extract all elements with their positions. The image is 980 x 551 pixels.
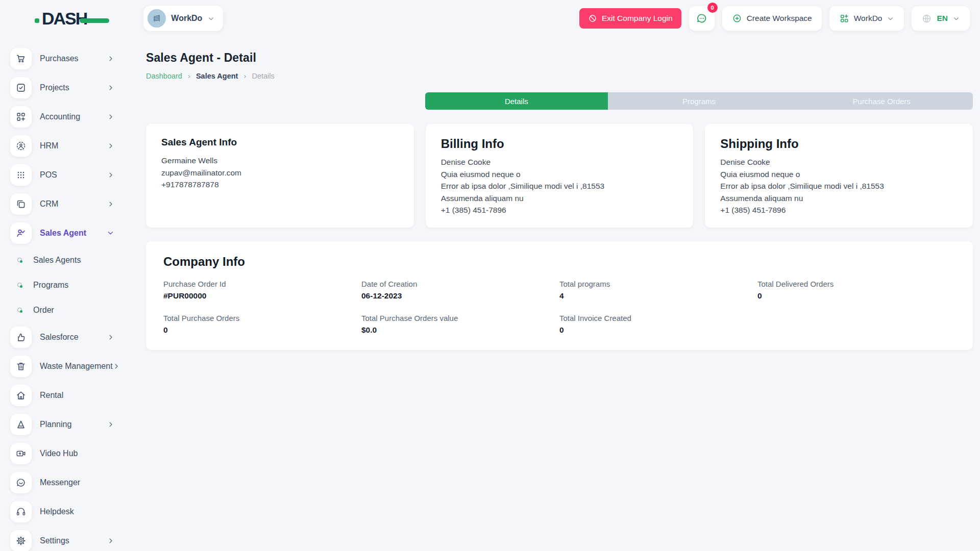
- sidebar-item-purchases[interactable]: Purchases: [0, 44, 128, 73]
- billing-phone: +1 (385) 451-7896: [441, 204, 678, 216]
- company-field: Total Invoice Created 0: [559, 314, 757, 335]
- chevron-right-icon: [107, 55, 114, 62]
- sidebar: Purchases Projects Accounting HRM POS CR…: [0, 37, 128, 551]
- card-title: Company Info: [163, 255, 955, 269]
- chevron-right-icon: [113, 363, 120, 370]
- trash-icon: [10, 356, 32, 377]
- agent-phone: +917878787878: [161, 179, 399, 191]
- sidebar-item-helpdesk[interactable]: Helpdesk: [0, 497, 128, 526]
- workspace-label: WorkDo: [171, 14, 202, 23]
- exit-company-login-button[interactable]: Exit Company Login: [579, 8, 681, 29]
- thumbs-up-icon: [10, 327, 32, 348]
- sidebar-item-projects[interactable]: Projects: [0, 73, 128, 102]
- sidebar-item-label: Accounting: [40, 112, 107, 121]
- dots-grid-icon: [10, 164, 32, 186]
- sidebar-item-label: Sales Agent: [40, 229, 107, 238]
- exit-button-label: Exit Company Login: [602, 14, 673, 23]
- field-label: Date of Creation: [361, 280, 559, 288]
- chevron-right-icon: [107, 113, 114, 120]
- tab-details[interactable]: Details: [425, 92, 608, 110]
- page-title: Sales Agent - Detail: [146, 51, 973, 65]
- create-workspace-button[interactable]: Create Workspace: [722, 6, 822, 31]
- shipping-info-card: Shipping Info Denise Cooke Quia eiusmod …: [705, 124, 973, 228]
- sidebar-item-accounting[interactable]: Accounting: [0, 102, 128, 131]
- agent-name: Germaine Wells: [161, 155, 399, 167]
- cart-icon: [10, 48, 32, 69]
- sidebar-item-video-hub[interactable]: Video Hub: [0, 439, 128, 468]
- company-field: Total programs 4: [559, 280, 757, 300]
- sidebar-subitem-label: Order: [33, 306, 54, 315]
- field-value: 4: [559, 291, 757, 300]
- globe-icon: [921, 13, 932, 24]
- shipping-address-line: Quia eiusmod neque o: [720, 168, 958, 181]
- sidebar-item-settings[interactable]: Settings: [0, 526, 128, 551]
- language-label: EN: [937, 14, 948, 23]
- sidebar-item-label: Waste Management: [40, 362, 113, 371]
- gear-icon: [10, 530, 32, 551]
- sidebar-item-label: Rental: [40, 391, 114, 400]
- tab-purchase-orders[interactable]: Purchase Orders: [790, 92, 973, 110]
- field-label: Total Purchase Orders value: [361, 314, 559, 322]
- shipping-name: Denise Cooke: [720, 156, 958, 168]
- sidebar-item-messenger[interactable]: Messenger: [0, 468, 128, 497]
- breadcrumb-separator: [243, 71, 246, 80]
- shipping-address-line: Error ab ipsa dolor ,Similique modi vel …: [720, 180, 958, 192]
- company-info-grid: Purchase Order Id #PUR00000 Date of Crea…: [163, 280, 955, 335]
- message-count-badge: 0: [707, 3, 718, 13]
- sidebar-item-hrm[interactable]: HRM: [0, 131, 128, 160]
- breadcrumb-section: Sales Agent: [196, 72, 238, 80]
- chat-bubble-icon: [696, 12, 708, 24]
- sidebar-item-pos[interactable]: POS: [0, 160, 128, 189]
- billing-address-line: Assumenda aliquam nu: [441, 192, 678, 205]
- chevron-right-icon: [107, 334, 114, 341]
- sidebar-item-rental[interactable]: Rental: [0, 381, 128, 410]
- building-icon: [152, 13, 162, 23]
- sales-agent-info-card: Sales Agent Info Germaine Wells zupav@ma…: [146, 124, 414, 228]
- workspace-switcher[interactable]: WorkDo: [143, 6, 223, 31]
- company-menu-button[interactable]: WorkDo: [829, 6, 904, 31]
- field-label: Purchase Order Id: [163, 280, 361, 288]
- chevron-right-icon: [107, 421, 114, 428]
- billing-name: Denise Cooke: [441, 156, 678, 168]
- breadcrumb-current: Details: [252, 72, 274, 80]
- company-info-card: Company Info Purchase Order Id #PUR00000…: [146, 241, 973, 350]
- chevron-down-icon: [107, 229, 114, 237]
- sidebar-item-crm[interactable]: CRM: [0, 189, 128, 218]
- field-label: Total Invoice Created: [559, 314, 757, 322]
- dash-logo[interactable]: DASH: [35, 9, 87, 29]
- bullet-icon: [17, 283, 22, 287]
- shipping-phone: +1 (385) 451-7896: [720, 204, 958, 216]
- person-check-icon: [10, 222, 32, 244]
- sidebar-item-salesforce[interactable]: Salesforce: [0, 322, 128, 352]
- sidebar-subitem-order[interactable]: Order: [0, 297, 128, 322]
- video-camera-icon: [10, 443, 32, 464]
- field-label: Total Delivered Orders: [757, 280, 955, 288]
- breadcrumb: Dashboard Sales Agent Details: [146, 71, 973, 80]
- field-value: 0: [163, 325, 361, 335]
- field-value: 0: [559, 325, 757, 335]
- chevron-right-icon: [107, 537, 114, 544]
- tab-programs[interactable]: Programs: [608, 92, 791, 110]
- field-label: Total Purchase Orders: [163, 314, 361, 322]
- breadcrumb-dashboard-link[interactable]: Dashboard: [146, 72, 182, 80]
- sidebar-item-label: Helpdesk: [40, 507, 114, 516]
- info-cards-row: Sales Agent Info Germaine Wells zupav@ma…: [146, 124, 973, 228]
- language-selector[interactable]: EN: [912, 6, 970, 31]
- sidebar-item-label: Salesforce: [40, 333, 107, 342]
- triangle-a-icon: [10, 414, 32, 435]
- sidebar-item-planning[interactable]: Planning: [0, 410, 128, 439]
- card-title: Shipping Info: [720, 137, 958, 151]
- sidebar-item-label: POS: [40, 170, 107, 180]
- field-value: 0: [757, 291, 955, 300]
- logo-text: DASH: [42, 9, 87, 28]
- home-icon: [10, 385, 32, 406]
- sidebar-subitem-programs[interactable]: Programs: [0, 272, 128, 297]
- sidebar-item-waste-management[interactable]: Waste Management: [0, 352, 128, 381]
- agent-email: zupav@mailinator.com: [161, 167, 399, 179]
- check-square-icon: [10, 77, 32, 98]
- sidebar-item-sales-agent[interactable]: Sales Agent: [0, 218, 128, 247]
- messages-button[interactable]: 0: [689, 6, 715, 31]
- chevron-right-icon: [107, 201, 114, 208]
- sidebar-subitem-sales-agents[interactable]: Sales Agents: [0, 247, 128, 272]
- company-field: Total Purchase Orders 0: [163, 314, 361, 335]
